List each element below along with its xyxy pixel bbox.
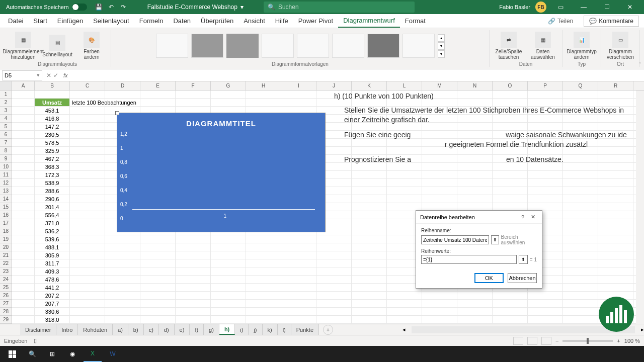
switch-row-col-button[interactable]: ⇄Zeile/Spalte tauschen (494, 32, 524, 60)
row-header[interactable]: 22 (0, 259, 12, 267)
cell[interactable] (598, 235, 633, 243)
col-header[interactable]: E (140, 81, 176, 90)
cancel-button[interactable]: Abbrechen (508, 273, 537, 283)
cell[interactable] (12, 227, 35, 235)
cell[interactable] (70, 107, 105, 114)
cell[interactable] (422, 195, 457, 203)
cell[interactable] (246, 267, 281, 275)
gallery-nav[interactable]: ▴▾▾ (438, 34, 445, 58)
row-header[interactable]: 12 (0, 179, 12, 187)
cell[interactable] (105, 251, 140, 259)
col-header[interactable]: P (528, 81, 563, 90)
cell[interactable] (246, 284, 281, 291)
collapse-ribbon-icon[interactable]: ˇ (639, 62, 641, 68)
embedded-chart[interactable]: DIAGRAMMTITEL 1 1,210,80,60,40,20 (117, 113, 326, 232)
cell[interactable] (105, 99, 140, 106)
row-header[interactable]: 25 (0, 284, 12, 292)
cell[interactable] (70, 227, 105, 235)
cell[interactable] (12, 211, 35, 219)
cell[interactable]: 305,9 (35, 251, 70, 259)
task-view-icon[interactable]: ⊞ (43, 346, 61, 362)
menu-hilfe[interactable]: Hilfe (270, 14, 293, 28)
sheet-tab[interactable]: l) (278, 324, 291, 335)
cell[interactable] (316, 267, 352, 275)
cell[interactable] (281, 243, 316, 251)
cell[interactable] (70, 219, 105, 227)
row-header[interactable]: 7 (0, 139, 12, 147)
cell[interactable] (457, 308, 493, 315)
sheet-tab[interactable]: d) (159, 324, 175, 335)
sheet-tab[interactable]: a) (113, 324, 128, 335)
cell[interactable]: 368,3 (35, 163, 70, 170)
cell[interactable] (387, 171, 422, 178)
cell[interactable] (316, 300, 352, 307)
row-header[interactable]: 11 (0, 171, 12, 179)
cell[interactable] (12, 163, 35, 170)
sheet-tab[interactable]: Disclaimer (20, 324, 56, 335)
cell[interactable] (563, 308, 598, 315)
cell[interactable] (70, 131, 105, 138)
cell[interactable] (387, 187, 422, 195)
vertical-scrollbar[interactable] (636, 90, 644, 324)
cell[interactable]: 172,3 (35, 171, 70, 178)
cell[interactable] (387, 316, 422, 323)
sheet-tab[interactable]: c) (144, 324, 159, 335)
cell[interactable] (457, 195, 493, 203)
cell[interactable] (563, 276, 598, 283)
minimize-icon[interactable]: — (575, 0, 593, 14)
menu-format[interactable]: Format (400, 14, 431, 28)
cell[interactable] (563, 211, 598, 219)
cell[interactable] (281, 99, 316, 106)
cell[interactable] (493, 187, 528, 195)
cell[interactable] (211, 267, 246, 275)
cell[interactable] (70, 284, 105, 291)
cell[interactable] (70, 90, 105, 98)
cell[interactable] (352, 235, 387, 243)
cell[interactable] (387, 203, 422, 211)
cell[interactable] (493, 300, 528, 307)
cell[interactable] (352, 259, 387, 267)
cell[interactable] (281, 90, 316, 98)
col-header[interactable]: N (457, 81, 493, 90)
cell[interactable] (140, 235, 176, 243)
col-header[interactable]: C (70, 81, 105, 90)
row-header[interactable]: 6 (0, 131, 12, 139)
cell[interactable] (352, 308, 387, 315)
chart-styles-gallery[interactable]: ▴▾▾ (153, 30, 448, 61)
sheet-tab[interactable]: Punkte (291, 324, 319, 335)
cell[interactable] (105, 267, 140, 275)
sheet-tab[interactable]: e) (175, 324, 190, 335)
row-header[interactable]: 9 (0, 155, 12, 163)
cell[interactable] (70, 259, 105, 267)
cell[interactable] (12, 99, 35, 106)
cell[interactable] (352, 243, 387, 251)
cell[interactable] (12, 123, 35, 130)
cell[interactable] (140, 308, 176, 315)
row-header[interactable]: 10 (0, 163, 12, 171)
sheet-tab[interactable]: k) (263, 324, 278, 335)
style-thumb[interactable] (367, 34, 399, 58)
cell[interactable] (246, 316, 281, 323)
select-all-corner[interactable] (0, 81, 12, 90)
range-picker-icon[interactable]: ⬆ (491, 235, 499, 244)
cell[interactable] (387, 179, 422, 187)
range-picker-icon[interactable]: ⬆ (519, 255, 528, 264)
cell[interactable] (12, 107, 35, 114)
cell[interactable]: 467,2 (35, 155, 70, 162)
cell[interactable] (281, 308, 316, 315)
menu-diagrammentwurf[interactable]: Diagrammentwurf (338, 14, 400, 28)
menu-datei[interactable]: Datei (3, 14, 28, 28)
cell[interactable] (12, 195, 35, 203)
cell[interactable] (70, 308, 105, 315)
cell[interactable] (246, 251, 281, 259)
cell[interactable] (422, 187, 457, 195)
cell[interactable] (422, 203, 457, 211)
cell[interactable]: 536,2 (35, 227, 70, 235)
close-icon[interactable]: ✕ (621, 0, 639, 14)
cell[interactable] (352, 292, 387, 299)
col-header[interactable]: J (316, 81, 352, 90)
cell[interactable] (12, 235, 35, 243)
cell[interactable] (246, 90, 281, 98)
cell[interactable] (70, 243, 105, 251)
cell[interactable] (281, 292, 316, 299)
